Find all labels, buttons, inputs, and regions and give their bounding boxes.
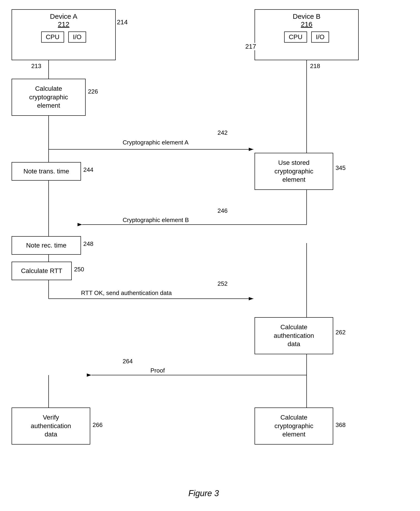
- calc-rtt-box: Calculate RTT: [12, 262, 72, 280]
- crypto-a-label: Cryptographic element A: [123, 139, 189, 146]
- calc-crypto-box: Calculate cryptographic element: [12, 79, 86, 116]
- device-b-title: Device B216: [293, 13, 321, 28]
- calc-rtt-ref: 250: [74, 266, 84, 273]
- device-b-number: 216: [301, 20, 312, 28]
- device-a-number: 212: [58, 20, 69, 28]
- use-stored-ref: 345: [336, 164, 345, 172]
- ref-242: 242: [218, 129, 227, 136]
- verify-auth-box: Verify authentication data: [12, 407, 90, 444]
- device-b-io: I/O: [311, 31, 329, 43]
- note-rec-box: Note rec. time: [12, 236, 81, 255]
- note-trans-box: Note trans. time: [12, 162, 81, 181]
- calc-crypto-b-box: Calculate cryptographic element: [255, 407, 333, 444]
- note-trans-ref: 244: [83, 166, 93, 173]
- device-a-title: Device A212: [50, 13, 77, 28]
- use-stored-box: Use stored cryptographic element: [255, 153, 333, 190]
- ref-246: 246: [218, 207, 227, 214]
- ref-213: 213: [31, 62, 41, 70]
- device-b-cpu: CPU: [284, 31, 307, 43]
- calc-auth-ref: 262: [336, 329, 345, 336]
- proof-label: Proof: [150, 367, 165, 374]
- verify-auth-ref: 266: [93, 421, 103, 428]
- ref-252: 252: [218, 280, 227, 287]
- figure-caption: Figure 3: [157, 488, 250, 498]
- device-a-cpu: CPU: [41, 31, 64, 43]
- rtt-ok-label: RTT OK, send authentication data: [81, 290, 172, 297]
- device-a-io: I/O: [68, 31, 86, 43]
- calc-auth-box: Calculate authentication data: [255, 317, 333, 354]
- calc-crypto-ref: 226: [88, 88, 98, 95]
- ref-218: 218: [310, 62, 320, 70]
- note-rec-ref: 248: [83, 240, 93, 248]
- crypto-b-label: Cryptographic element B: [123, 216, 189, 224]
- device-b-ref: 217: [245, 43, 256, 50]
- device-a-box: Device A212 CPU I/O: [12, 9, 116, 60]
- ref-264: 264: [123, 358, 133, 365]
- device-a-ref: 214: [117, 19, 128, 26]
- calc-crypto-b-ref: 368: [336, 421, 345, 428]
- diagram: Device A212 CPU I/O 214 Device B216 CPU …: [0, 0, 420, 511]
- device-b-box: Device B216 CPU I/O: [255, 9, 359, 60]
